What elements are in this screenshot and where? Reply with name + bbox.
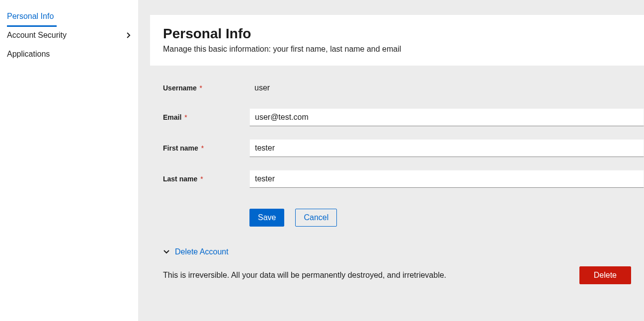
sidebar-item-account-security[interactable]: Account Security — [0, 26, 138, 45]
delete-button[interactable]: Delete — [579, 266, 631, 284]
sidebar-item-label: Applications — [7, 50, 50, 59]
label-firstname: First name * — [163, 144, 249, 152]
sidebar-item-label: Account Security — [7, 31, 67, 40]
row-lastname: Last name * — [163, 170, 644, 188]
delete-account-toggle[interactable]: Delete Account — [163, 247, 631, 256]
required-indicator: * — [184, 113, 187, 121]
label-username: Username * — [163, 84, 249, 92]
required-indicator: * — [200, 84, 202, 92]
row-email: Email * — [163, 108, 644, 126]
label-lastname: Last name * — [163, 175, 249, 183]
page-header: Personal Info Manage this basic informat… — [150, 15, 644, 66]
row-username: Username * user — [163, 80, 644, 95]
delete-account-title: Delete Account — [175, 247, 229, 256]
save-button[interactable]: Save — [249, 209, 284, 227]
sidebar-item-applications[interactable]: Applications — [0, 45, 138, 64]
chevron-right-icon — [126, 31, 131, 40]
delete-section: Delete Account This is irreversible. All… — [163, 247, 644, 284]
firstname-field[interactable] — [249, 139, 644, 157]
sidebar: Personal Info Account Security Applicati… — [0, 0, 138, 321]
sidebar-item-label: Personal Info — [7, 12, 54, 21]
required-indicator: * — [200, 175, 203, 183]
chevron-down-icon — [163, 250, 170, 254]
page-subtitle: Manage this basic information: your firs… — [163, 45, 631, 54]
row-firstname: First name * — [163, 139, 644, 157]
label-email: Email * — [163, 113, 249, 121]
cancel-button[interactable]: Cancel — [295, 209, 337, 227]
delete-body: This is irreversible. All your data will… — [163, 266, 631, 284]
email-field[interactable] — [249, 108, 644, 126]
value-username: user — [249, 80, 275, 95]
form-area: Username * user Email * First name * Las… — [150, 66, 644, 284]
page-title: Personal Info — [163, 26, 631, 42]
main-content: Personal Info Manage this basic informat… — [138, 0, 644, 321]
delete-warning: This is irreversible. All your data will… — [163, 271, 446, 280]
button-row: Save Cancel — [163, 209, 644, 227]
sidebar-item-personal-info[interactable]: Personal Info — [0, 7, 138, 26]
required-indicator: * — [201, 144, 204, 152]
lastname-field[interactable] — [249, 170, 644, 188]
